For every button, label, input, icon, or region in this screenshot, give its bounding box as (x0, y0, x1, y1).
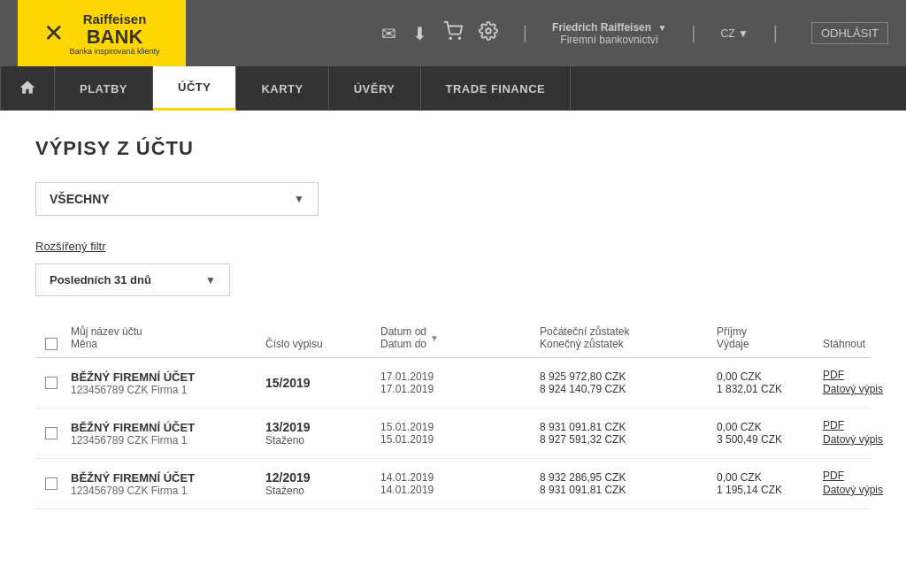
period-arrow: ▼ (205, 274, 216, 286)
header-divider2: | (691, 23, 695, 43)
platby-label: PLATBY (80, 82, 127, 95)
td-datum-0: 17.01.2019 17.01.2019 (376, 370, 535, 395)
account-filter-dropdown[interactable]: VŠECHNY ▼ (35, 182, 319, 216)
language-selector[interactable]: CZ ▼ (721, 27, 749, 40)
account-filter-section: VŠECHNY ▼ (35, 182, 871, 216)
nav-platby[interactable]: PLATBY (55, 66, 153, 111)
statement-table: Můj název účtu Měna Číslo výpisu Datum o… (35, 318, 871, 509)
table-header: Můj název účtu Měna Číslo výpisu Datum o… (35, 318, 871, 358)
header-icons: ✉ ⬇ | Friedrich Raiffeisen ▼ Firemní ban… (381, 21, 888, 46)
pocatecni-2: 8 932 286,95 CZK (540, 471, 708, 484)
td-stahnout-2: PDF Datový výpis (818, 470, 906, 498)
th-vypis: Číslo výpisu (261, 338, 376, 350)
th-checkbox (35, 338, 66, 350)
th-vydaje: Výdaje (717, 338, 814, 350)
th-amounts: Příjmy Výdaje (712, 325, 818, 350)
karty-label: KARTY (261, 82, 303, 95)
nav-karty[interactable]: KARTY (236, 66, 328, 111)
select-all-checkbox[interactable] (45, 338, 58, 350)
pocatecni-1: 8 931 091,81 CZK (540, 421, 708, 433)
row-checkbox-2[interactable] (45, 477, 58, 490)
pdf-link-2[interactable]: PDF (823, 470, 906, 482)
td-stahnout-1: PDF Datový výpis (818, 419, 906, 447)
table-row: BĚŽNÝ FIREMNÍ ÚČET 123456789 CZK Firma 1… (35, 459, 871, 509)
raiffeisen-icon: ✕ (43, 19, 64, 48)
lang-arrow: ▼ (738, 27, 749, 40)
th-zustatek: Počáteční zůstatek Konečný zůstatek (535, 325, 712, 350)
user-subtitle: Firemní bankovnictví (560, 34, 658, 46)
user-dropdown-arrow: ▼ (657, 23, 666, 33)
pocatecni-0: 8 925 972,80 CZK (540, 370, 708, 383)
svg-point-2 (486, 28, 491, 34)
account-filter-arrow: ▼ (294, 193, 304, 205)
period-dropdown[interactable]: Posledních 31 dnů ▼ (35, 263, 230, 296)
trade-finance-label: TRADE FINANCE (446, 82, 546, 95)
td-datum-1: 15.01.2019 15.01.2019 (376, 421, 535, 446)
th-stahnout: Stáhnout (818, 338, 906, 350)
home-icon (19, 79, 36, 99)
vydaje-2: 1 195,14 CZK (717, 484, 814, 496)
datum-od-2: 14.01.2019 (380, 471, 531, 484)
nav-uvery[interactable]: ÚVĚRY (329, 66, 421, 111)
header-user[interactable]: Friedrich Raiffeisen ▼ Firemní bankovnic… (552, 21, 666, 46)
advanced-filter-link[interactable]: Rozšířený filtr (35, 240, 105, 253)
td-vypis-0: 15/2019 (261, 376, 376, 390)
konecny-0: 8 924 140,79 CZK (540, 383, 708, 395)
td-amounts-0: 0,00 CZK 1 832,01 CZK (712, 370, 818, 395)
pdf-link-1[interactable]: PDF (823, 419, 906, 431)
th-datum[interactable]: Datum od Datum do ▼ (376, 325, 535, 350)
svg-point-0 (449, 37, 451, 39)
datovy-link-1[interactable]: Datový výpis (823, 433, 906, 446)
td-checkbox-2 (35, 477, 66, 490)
td-checkbox-0 (35, 377, 66, 389)
stazeno-1: Staženo (265, 434, 372, 447)
cart-icon[interactable] (443, 21, 463, 45)
logout-button[interactable]: ODHLÁSIT (811, 22, 888, 44)
td-account-0: BĚŽNÝ FIREMNÍ ÚČET 123456789 CZK Firma 1 (66, 370, 261, 396)
main-nav: PLATBY ÚČTY KARTY ÚVĚRY TRADE FINANCE (0, 66, 906, 111)
td-zustatek-0: 8 925 972,80 CZK 8 924 140,79 CZK (535, 370, 712, 395)
gear-icon[interactable] (479, 21, 498, 45)
ucty-label: ÚČTY (178, 80, 211, 94)
nav-trade-finance[interactable]: TRADE FINANCE (421, 66, 572, 111)
th-account-name: Můj název účtu (71, 325, 257, 338)
header: ✕ Raiffeisen BANK Banka inspirovaná klie… (0, 0, 906, 66)
row-checkbox-0[interactable] (45, 377, 58, 389)
konecny-1: 8 927 591,32 CZK (540, 433, 708, 446)
td-amounts-1: 0,00 CZK 3 500,49 CZK (712, 421, 818, 446)
th-konecny: Konečný zůstatek (540, 338, 708, 350)
datovy-link-2[interactable]: Datový výpis (823, 484, 906, 496)
vydaje-1: 3 500,49 CZK (717, 433, 814, 446)
period-value: Posledních 31 dnů (50, 273, 151, 286)
mail-icon[interactable]: ✉ (381, 23, 396, 44)
prijmy-1: 0,00 CZK (717, 421, 814, 433)
row-checkbox-1[interactable] (45, 427, 58, 439)
main-content: VÝPISY Z ÚČTU VŠECHNY ▼ Rozšířený filtr … (0, 111, 906, 588)
prijmy-0: 0,00 CZK (717, 370, 814, 383)
nav-ucty[interactable]: ÚČTY (153, 66, 236, 111)
td-zustatek-2: 8 932 286,95 CZK 8 931 091,81 CZK (535, 471, 712, 496)
account-name-1: BĚŽNÝ FIREMNÍ ÚČET (71, 421, 257, 434)
konecny-2: 8 931 091,81 CZK (540, 484, 708, 496)
th-datum-do: Datum do (380, 338, 426, 350)
user-name: Friedrich Raiffeisen (552, 21, 651, 34)
datovy-link-0[interactable]: Datový výpis (823, 383, 906, 395)
nav-home[interactable] (0, 66, 55, 111)
datum-do-1: 15.01.2019 (380, 433, 531, 446)
prijmy-2: 0,00 CZK (717, 471, 814, 484)
datum-do-2: 14.01.2019 (380, 484, 531, 496)
datum-do-0: 17.01.2019 (380, 383, 531, 395)
th-account: Můj název účtu Měna (66, 325, 261, 350)
account-name-2: BĚŽNÝ FIREMNÍ ÚČET (71, 471, 257, 485)
stazeno-2: Staženo (265, 485, 372, 497)
pdf-link-0[interactable]: PDF (823, 369, 906, 381)
bank-name-line2: BANK (69, 27, 159, 47)
account-filter-value: VŠECHNY (50, 192, 110, 206)
page-title: VÝPISY Z ÚČTU (35, 137, 871, 160)
bank-tagline: Banka inspirovaná klienty (69, 47, 159, 56)
td-vypis-2: 12/2019 Staženo (261, 470, 376, 497)
th-prijmy: Příjmy (717, 325, 814, 338)
download-icon[interactable]: ⬇ (412, 23, 427, 44)
header-divider3: | (773, 23, 778, 43)
th-datum-od: Datum od (380, 325, 426, 338)
